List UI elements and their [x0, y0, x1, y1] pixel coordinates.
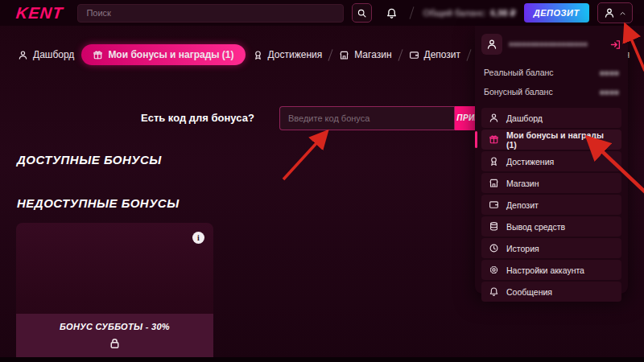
menu-item-label: Сообщения	[506, 287, 552, 297]
bonus-balance-label: Бонусный баланс	[484, 87, 553, 97]
clock-icon	[489, 243, 499, 253]
bonus-code-input[interactable]	[279, 106, 455, 130]
topbar-divider	[409, 6, 414, 19]
menu-item-label: Депозит	[506, 200, 539, 210]
gift-icon	[93, 50, 103, 60]
tab-label: Депозит	[424, 49, 461, 60]
bonus-card-footer: БОНУС СУББОТЫ - 30%	[16, 314, 213, 362]
balance-label: Общий баланс:	[423, 8, 487, 18]
arrow-to-bonus-input	[283, 134, 325, 179]
dropdown-item-messages[interactable]: Сообщения	[481, 282, 621, 302]
tab-achievements[interactable]: Достижения	[253, 49, 323, 60]
user-icon	[604, 7, 615, 19]
shop-icon	[339, 50, 349, 60]
dropdown-item-settings[interactable]: Настройки аккаунта	[481, 260, 621, 280]
tab-divider	[328, 49, 333, 60]
dropdown-item-bonuses[interactable]: Мои бонусы и награды (1)	[481, 130, 621, 150]
logout-button[interactable]	[609, 39, 621, 51]
bonus-code-label: Есть код для бонуса?	[141, 112, 254, 124]
menu-item-label: Магазин	[506, 179, 539, 188]
top-bar: KENT Общий баланс: 6,98 ₽ ДЕПОЗИТ	[0, 0, 644, 26]
tab-dashboard[interactable]: Дашборд	[18, 49, 74, 60]
page-bottom-edge	[0, 357, 644, 362]
dropdown-header: ●●●●●●●●●●●●●●●●●●	[481, 34, 621, 55]
bonus-card[interactable]: i БОНУС СУББОТЫ - 30%	[16, 223, 213, 362]
dropdown-item-withdraw[interactable]: Вывод средств	[481, 216, 621, 237]
card-icon	[409, 50, 419, 60]
menu-item-label: История	[506, 244, 539, 253]
avatar	[481, 34, 502, 55]
shop-icon	[489, 178, 499, 188]
gift-icon	[489, 134, 499, 145]
award-icon	[253, 50, 263, 60]
user-dropdown-menu: ●●●●●●●●●●●●●●●●●● Реальный баланс ●●●● …	[475, 26, 628, 294]
user-icon	[18, 50, 28, 60]
tab-label: Мои бонусы и награды (1)	[108, 49, 233, 60]
real-balance-value: ●●●●	[600, 68, 619, 77]
dropdown-item-history[interactable]: История	[481, 238, 621, 258]
real-balance-label: Реальный баланс	[484, 68, 554, 77]
menu-item-label: Мои бонусы и награды (1)	[506, 130, 614, 150]
balance-value: 6,98 ₽	[490, 8, 515, 19]
tab-label: Дашборд	[33, 49, 74, 60]
tab-divider	[467, 49, 472, 60]
dropdown-item-achievements[interactable]: Достижения	[481, 151, 621, 171]
menu-item-label: Вывод средств	[506, 222, 565, 232]
search-icon	[357, 8, 367, 19]
dropdown-item-dashboard[interactable]: Дашборд	[481, 108, 621, 128]
lock-icon	[108, 336, 122, 350]
menu-item-label: Достижения	[506, 157, 554, 167]
total-balance: Общий баланс: 6,98 ₽	[423, 8, 516, 19]
dropdown-item-shop[interactable]: Магазин	[481, 173, 621, 193]
notifications-button[interactable]	[383, 4, 400, 22]
coins-icon	[489, 221, 499, 232]
search-button[interactable]	[352, 3, 372, 23]
gear-icon	[489, 265, 499, 275]
bonus-card-title: БОНУС СУББОТЫ - 30%	[60, 322, 170, 331]
unavailable-bonuses-title: НЕДОСТУПНЫЕ БОНУСЫ	[17, 196, 180, 210]
bell-icon	[386, 7, 398, 19]
brand-logo[interactable]: KENT	[15, 4, 64, 23]
tab-deposit[interactable]: Депозит	[409, 49, 461, 60]
user-icon	[486, 39, 497, 50]
real-balance-row: Реальный баланс ●●●●	[481, 63, 621, 82]
tab-bonuses[interactable]: Мои бонусы и награды (1)	[81, 44, 245, 65]
user-icon	[489, 113, 499, 123]
tab-label: Достижения	[268, 49, 323, 60]
chevron-up-icon	[619, 10, 626, 17]
deposit-button[interactable]: ДЕПОЗИТ	[524, 3, 589, 23]
user-email: ●●●●●●●●●●●●●●●●●●	[509, 40, 594, 48]
card-icon	[489, 200, 499, 210]
dropdown-item-deposit[interactable]: Депозит	[481, 195, 621, 215]
bell-icon	[489, 286, 499, 297]
tab-divider	[398, 49, 402, 60]
logout-icon	[609, 39, 621, 51]
info-icon[interactable]: i	[192, 232, 204, 244]
available-bonuses-title: ДОСТУПНЫЕ БОНУСЫ	[17, 153, 162, 167]
search-input[interactable]	[77, 4, 343, 23]
menu-item-label: Дашборд	[506, 113, 543, 123]
dropdown-menu-list: Дашборд Мои бонусы и награды (1) Достиже…	[481, 108, 621, 302]
bonus-balance-row: Бонусный баланс ●●●●	[481, 82, 621, 101]
award-icon	[489, 156, 499, 167]
tab-shop[interactable]: Магазин	[339, 49, 391, 60]
bonus-balance-value: ●●●●	[600, 88, 619, 97]
user-menu-button[interactable]	[597, 2, 633, 23]
tab-label: Магазин	[354, 49, 391, 60]
menu-item-label: Настройки аккаунта	[506, 265, 584, 275]
